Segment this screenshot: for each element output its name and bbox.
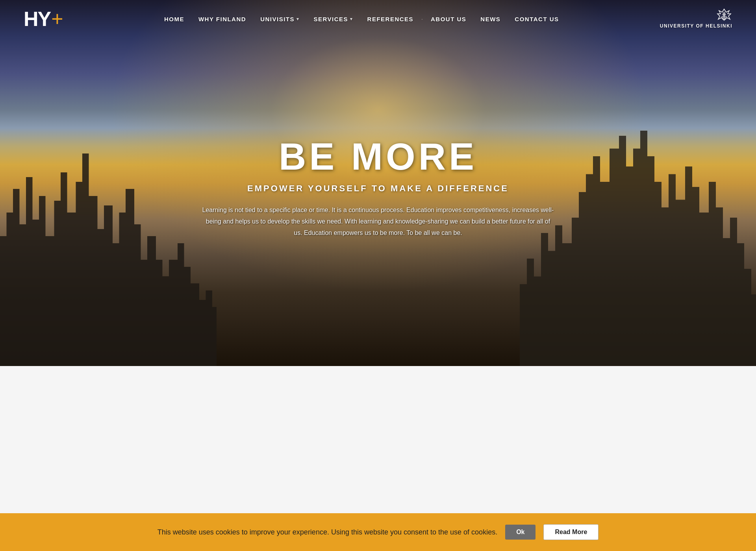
nav-item-home[interactable]: HOME: [157, 13, 191, 26]
nav-item-services[interactable]: SERVICES ▾: [306, 13, 360, 26]
hero-description: Learning is not tied to a specific place…: [201, 205, 555, 239]
nav-link-news[interactable]: NEWS: [473, 13, 508, 26]
nav-item-news[interactable]: NEWS: [473, 13, 508, 26]
site-logo[interactable]: HY +: [24, 7, 63, 31]
chevron-down-icon: ▾: [296, 17, 300, 22]
nav-item-why-finland[interactable]: WHY FINLAND: [191, 13, 253, 26]
logo-hy: HY: [24, 9, 50, 29]
nav-link-contact-us[interactable]: CONTACT US: [508, 13, 566, 26]
nav-menu: HOME WHY FINLAND UNIVISITS ▾ SERVICES ▾: [157, 13, 566, 26]
nav-separator: ·: [421, 16, 424, 22]
university-logo: UNIVERSITY OF HELSINKI: [660, 8, 732, 30]
nav-link-about-us[interactable]: ABOUT US: [424, 13, 473, 26]
hero-content: BE MORE EMPOWER YOURSELF TO MAKE A DIFFE…: [201, 138, 555, 239]
nav-link-references[interactable]: REFERENCES: [360, 13, 421, 26]
nav-item-univisits[interactable]: UNIVISITS ▾: [253, 13, 306, 26]
cookie-read-more-button[interactable]: Read More: [543, 524, 598, 540]
nav-item-about-us[interactable]: ABOUT US: [424, 13, 473, 26]
university-name-label: UNIVERSITY OF HELSINKI: [660, 23, 732, 30]
nav-item-contact-us[interactable]: CONTACT US: [508, 13, 566, 26]
chevron-down-icon: ▾: [350, 17, 353, 22]
nav-link-why-finland[interactable]: WHY FINLAND: [191, 13, 253, 26]
nav-item-references[interactable]: REFERENCES: [360, 13, 421, 26]
hero-section: HY + HOME WHY FINLAND UNIVISITS ▾: [0, 0, 756, 366]
cookie-message: This website uses cookies to improve you…: [158, 528, 497, 536]
cookie-ok-button[interactable]: Ok: [505, 525, 536, 540]
hero-subtitle: EMPOWER YOURSELF TO MAKE A DIFFERENCE: [201, 183, 555, 194]
nav-link-univisits[interactable]: UNIVISITS ▾: [253, 13, 306, 26]
logo-plus: +: [51, 7, 63, 31]
hero-title: BE MORE: [201, 138, 555, 176]
university-crest-icon: [716, 8, 732, 23]
nav-link-home[interactable]: HOME: [157, 13, 191, 26]
nav-link-services[interactable]: SERVICES ▾: [306, 13, 360, 26]
main-navbar: HY + HOME WHY FINLAND UNIVISITS ▾: [0, 0, 756, 38]
cookie-banner: This website uses cookies to improve you…: [0, 513, 756, 551]
